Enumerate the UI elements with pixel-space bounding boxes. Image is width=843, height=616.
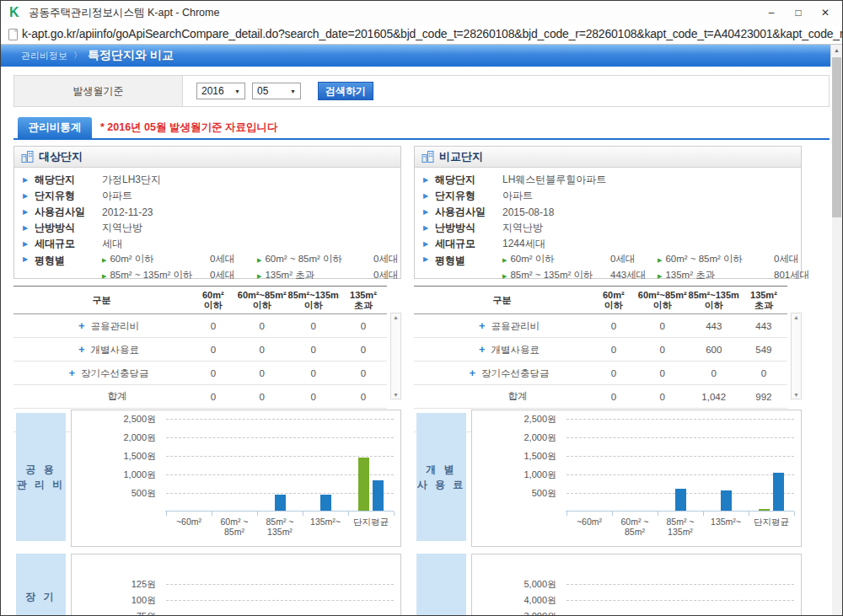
info-value: 2012-11-23 <box>102 206 153 218</box>
arrow-bullet-icon: ▶ <box>658 273 662 279</box>
compare-complex-panel: 비교단지 ▶ 해당단지 LH웨스턴블루힐아파트 ▶ 단지유형 아파트 ▶ 사용검… <box>414 146 802 279</box>
expand-plus-icon[interactable]: + <box>479 319 486 332</box>
address-bar[interactable]: k-apt.go.kr/apiinfo/goApiSearchCompare_d… <box>1 24 842 45</box>
info-value: 가정LH3단지 <box>102 173 161 187</box>
scrollbar-down-icon[interactable]: ▼ <box>391 392 400 398</box>
scrollbar-down-icon[interactable]: ▼ <box>792 392 801 398</box>
fee-cell: 600 <box>688 338 740 362</box>
arrow-bullet-icon: ▶ <box>423 192 435 200</box>
chart-bar <box>675 489 686 511</box>
arrow-bullet-icon: ▶ <box>23 224 35 232</box>
table-scrollbar[interactable]: ▲ ▼ <box>390 313 401 399</box>
table-row: 합계001,042992 <box>414 385 787 409</box>
info-row: ▶ 난방방식 지역난방 <box>423 220 792 236</box>
window-titlebar: K 공동주택관리정보시스템 K-apt - Chrome – □ ✕ <box>1 1 842 25</box>
scrollbar-up-icon[interactable]: ▲ <box>831 45 842 56</box>
info-row: ▶ 단지유형 아파트 <box>423 188 792 204</box>
scrollbar-up-icon[interactable]: ▲ <box>391 314 400 320</box>
fee-cell: 0 <box>237 338 287 362</box>
pyeong-item-label: ▶60m² ~ 85m² 이하 <box>257 253 373 265</box>
main-content: 발생월기준 2016 ▼ 05 ▼ 검색하기 관리비통계 * 2016년 05월… <box>1 67 832 616</box>
compare-panel-body: ▶ 해당단지 LH웨스턴블루힐아파트 ▶ 단지유형 아파트 ▶ 사용검사일 20… <box>415 168 801 281</box>
gridline <box>566 600 794 601</box>
bottom-right-chart: 5,000원4,000원3,000원 <box>471 554 802 616</box>
breadcrumb: 관리비정보 〉 특정단지와 비교 <box>21 45 174 67</box>
info-label: 난방방식 <box>435 221 502 235</box>
breadcrumb-section[interactable]: 관리비정보 <box>21 50 67 62</box>
fee-row-label: +개별사용료 <box>13 338 190 362</box>
chart-side-label-common-fee: 공 용 관 리 비 <box>16 413 66 541</box>
info-row: ▶ 해당단지 가정LH3단지 <box>23 172 392 188</box>
axis-tick <box>166 512 167 516</box>
fee-table-header: 135m² 초과 <box>340 287 387 314</box>
search-button[interactable]: 검색하기 <box>318 82 373 100</box>
pyeong-label: 평형별 <box>435 254 502 281</box>
info-value: 지역난방 <box>502 221 543 235</box>
axis-tick <box>348 512 349 516</box>
expand-plus-icon[interactable]: + <box>78 343 85 356</box>
info-label: 해당단지 <box>35 173 102 187</box>
fee-table-header: 60m² 이하 <box>590 287 637 314</box>
chart-plot <box>166 584 394 616</box>
table-scrollbar[interactable]: ▲ ▼ <box>791 313 802 399</box>
gridline <box>566 437 794 438</box>
pyeong-item-value: 0세대 <box>774 253 830 265</box>
gridline <box>566 474 794 475</box>
target-panel-header: 대상단지 <box>14 147 400 168</box>
individual-fee-chart: ~60m²60m² ~ 85m²85m² ~ 135m²135m²~단지평균2,… <box>471 410 802 547</box>
breadcrumb-separator-icon: 〉 <box>73 50 82 62</box>
axis-tick <box>257 512 258 516</box>
scrollbar-up-icon[interactable]: ▲ <box>792 314 801 320</box>
y-axis-tick-label: 75원 <box>72 610 156 616</box>
pyeong-item-label: ▶135m² 초과 <box>658 269 774 281</box>
expand-plus-icon[interactable]: + <box>78 319 85 332</box>
info-row: ▶ 해당단지 LH웨스턴블루힐아파트 <box>423 172 792 188</box>
axis-tick <box>749 512 749 516</box>
chart-side-label-bottom-right <box>416 554 466 616</box>
fee-cell: 0 <box>190 314 237 338</box>
fee-cell: 0 <box>340 385 387 409</box>
url-text[interactable]: k-apt.go.kr/apiinfo/goApiSearchCompare_d… <box>22 24 843 44</box>
fee-cell: 0 <box>688 362 740 385</box>
maximize-icon[interactable]: □ <box>785 1 812 24</box>
chart-bar <box>759 509 770 511</box>
pyeong-item-value: 0세대 <box>210 269 257 281</box>
fee-row-label: +장기수선충당금 <box>414 362 590 385</box>
info-row: ▶ 사용검사일 2012-11-23 <box>23 204 392 220</box>
pyeong-row: ▶ 평형별 ▶60m² 이하 0세대 ▶60m² ~ 85m² 이하 0세대 ▶… <box>423 253 792 281</box>
year-select[interactable]: 2016 ▼ <box>196 83 245 99</box>
y-axis-tick-label: 1,500원 <box>472 450 556 463</box>
close-icon[interactable]: ✕ <box>812 1 839 24</box>
info-value: 지역난방 <box>102 221 142 235</box>
table-row: +장기수선충당금0000 <box>13 362 387 385</box>
expand-plus-icon[interactable]: + <box>68 367 75 379</box>
table-row: +공용관리비0000 <box>13 314 387 338</box>
chart-side-label-longterm: 장 기 <box>16 554 66 616</box>
scrollbar-thumb[interactable] <box>832 57 841 217</box>
month-select[interactable]: 05 ▼ <box>252 83 301 99</box>
page-title: 특정단지와 비교 <box>88 48 174 63</box>
fee-cell: 0 <box>590 314 637 338</box>
common-fee-chart: ~60m²60m² ~ 85m²85m² ~ 135m²135m²~단지평균2,… <box>71 410 401 547</box>
expand-plus-icon[interactable]: + <box>479 343 486 356</box>
fee-cell: 0 <box>637 362 688 385</box>
table-row: 합계0000 <box>13 385 387 409</box>
expand-plus-icon[interactable]: + <box>469 367 475 379</box>
gridline <box>166 600 394 601</box>
tab-fee-statistics[interactable]: 관리비통계 <box>18 117 92 138</box>
arrow-bullet-icon: ▶ <box>423 255 435 281</box>
fee-cell: 0 <box>590 385 637 409</box>
chart-bar <box>320 495 331 511</box>
fee-table-header: 135m² 초과 <box>740 287 787 314</box>
info-row: ▶ 난방방식 지역난방 <box>23 220 392 236</box>
fee-table-header: 60m²~85m² 이하 <box>637 287 688 314</box>
info-label: 세대규모 <box>435 237 502 251</box>
page-scrollbar[interactable]: ▲ <box>830 45 842 616</box>
table-row: +개별사용료0000 <box>13 338 387 362</box>
axis-tick <box>612 512 613 516</box>
fee-cell: 0 <box>637 385 688 409</box>
target-panel-body: ▶ 해당단지 가정LH3단지 ▶ 단지유형 아파트 ▶ 사용검사일 2012-1… <box>14 168 400 281</box>
fee-cell: 549 <box>740 338 787 362</box>
arrow-bullet-icon: ▶ <box>23 192 35 200</box>
minimize-icon[interactable]: – <box>758 1 785 24</box>
